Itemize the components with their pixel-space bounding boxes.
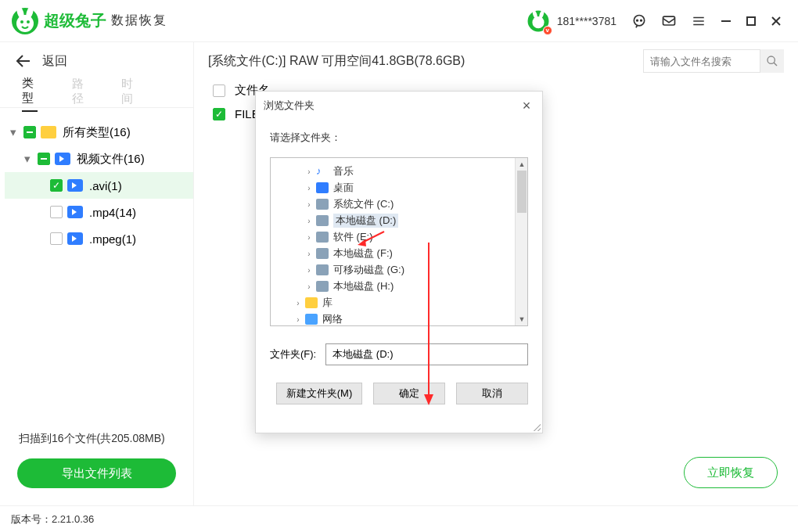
svg-point-4 <box>20 20 23 23</box>
cancel-button[interactable]: 取消 <box>456 383 528 404</box>
tree-item-lib[interactable]: ›库 <box>293 295 527 311</box>
tree-node-mp4[interactable]: .mp4(14) <box>5 199 193 225</box>
version-label: 版本号： <box>11 512 52 527</box>
feedback-icon[interactable] <box>660 13 678 30</box>
svg-point-22 <box>767 56 775 63</box>
chat-icon[interactable] <box>631 13 648 30</box>
svg-point-9 <box>532 16 544 28</box>
tree-label: .mpeg(1) <box>89 232 136 246</box>
search-input[interactable] <box>643 49 760 73</box>
folder-field-label: 文件夹(F): <box>270 347 316 361</box>
scroll-thumb[interactable] <box>517 171 527 213</box>
svg-point-5 <box>27 20 30 23</box>
current-path: [系统文件(C:)] RAW 可用空间41.8GB(78.6GB) <box>208 53 465 70</box>
browse-folder-dialog: 浏览文件夹 × 请选择文件夹： ›♪音乐 ›桌面 ›系统文件 (C:) ›本地磁… <box>255 91 543 433</box>
back-button[interactable]: 返回 <box>0 42 193 80</box>
ok-button[interactable]: 确定 <box>373 383 445 404</box>
svg-point-12 <box>641 20 642 21</box>
filter-tabbar: 类型 路径 时间 <box>0 80 193 108</box>
new-folder-button[interactable]: 新建文件夹(M) <box>276 383 362 404</box>
search-button[interactable] <box>760 49 784 73</box>
app-name: 超级兔子 <box>44 10 106 31</box>
checkbox[interactable] <box>50 232 63 245</box>
checkbox[interactable] <box>38 153 50 165</box>
back-label: 返回 <box>42 53 67 70</box>
video-icon <box>55 153 70 165</box>
sidebar: 返回 类型 路径 时间 ▾ 所有类型(16) ▾ 视频文件(16) <box>0 42 194 505</box>
tree-label: 视频文件(16) <box>77 152 145 167</box>
tab-path[interactable]: 路径 <box>72 77 88 111</box>
tree-node-video[interactable]: ▾ 视频文件(16) <box>5 146 193 172</box>
status-bar: 版本号： 2.21.0.36 <box>0 505 798 532</box>
export-list-button[interactable]: 导出文件列表 <box>17 458 176 488</box>
tree-label: .avi(1) <box>89 179 122 192</box>
app-logo-icon <box>9 5 41 37</box>
svg-rect-13 <box>663 16 675 25</box>
version-number: 2.21.0.36 <box>52 513 94 525</box>
svg-point-10 <box>634 15 644 25</box>
folder-tree: ›♪音乐 ›桌面 ›系统文件 (C:) ›本地磁盘 (D:) ›软件 (E:) … <box>270 157 528 326</box>
tree-item-music[interactable]: ›♪音乐 <box>293 164 527 179</box>
tree-item-f[interactable]: ›本地磁盘 (F:) <box>293 246 527 261</box>
checkbox[interactable] <box>50 206 63 218</box>
scroll-down-icon[interactable]: ▼ <box>516 313 528 325</box>
tree-label: 所有类型(16) <box>63 125 131 140</box>
tree-node-avi[interactable]: .avi(1) <box>5 172 193 199</box>
tree-item-c[interactable]: ›系统文件 (C:) <box>293 196 527 212</box>
tree-item-h[interactable]: ›本地磁盘 (H:) <box>293 279 527 294</box>
tree-node-mpeg[interactable]: .mpeg(1) <box>5 225 193 252</box>
svg-point-11 <box>637 20 638 21</box>
dialog-close-button[interactable]: × <box>519 98 534 114</box>
tree-item-d[interactable]: ›本地磁盘 (D:) <box>293 213 527 228</box>
app-subtitle: 数据恢复 <box>111 13 167 29</box>
resize-grip-icon[interactable] <box>531 422 541 431</box>
user-phone: 181****3781 <box>557 15 616 27</box>
tree-item-desktop[interactable]: ›桌面 <box>293 180 527 196</box>
tree-node-all[interactable]: ▾ 所有类型(16) <box>5 119 193 146</box>
folder-icon <box>41 126 56 138</box>
menu-icon[interactable] <box>690 13 707 30</box>
tree-item-network[interactable]: ›网络 <box>293 311 527 326</box>
tree-item-e[interactable]: ›软件 (E:) <box>293 229 527 245</box>
dialog-scrollbar[interactable]: ▲ ▼ <box>515 158 527 325</box>
chevron-down-icon[interactable]: ▾ <box>8 125 19 139</box>
checkbox[interactable] <box>213 108 225 120</box>
dialog-prompt: 请选择文件夹： <box>256 120 542 153</box>
checkbox[interactable] <box>50 179 63 192</box>
close-button[interactable] <box>768 13 784 29</box>
svg-point-3 <box>16 15 34 32</box>
recover-button[interactable]: 立即恢复 <box>684 457 778 488</box>
alert-badge-icon: v <box>543 26 552 35</box>
tree-item-g[interactable]: ›可移动磁盘 (G:) <box>293 262 527 278</box>
video-icon <box>67 179 83 192</box>
tree-label: .mp4(14) <box>89 206 136 219</box>
svg-rect-18 <box>747 17 755 25</box>
video-icon <box>67 206 83 218</box>
tab-time[interactable]: 时间 <box>121 77 137 111</box>
type-tree: ▾ 所有类型(16) ▾ 视频文件(16) .avi(1) <box>0 108 193 252</box>
dialog-title: 浏览文件夹 <box>264 99 315 113</box>
folder-field-input[interactable] <box>325 343 528 365</box>
scan-summary: 扫描到16个文件(共205.08MB) <box>0 412 193 458</box>
checkbox[interactable] <box>23 126 36 138</box>
select-all-checkbox[interactable] <box>213 84 225 97</box>
app-header: 超级兔子 数据恢复 v 181****3781 <box>0 0 798 42</box>
scroll-up-icon[interactable]: ▲ <box>516 158 528 171</box>
chevron-down-icon[interactable]: ▾ <box>22 152 33 166</box>
user-avatar-icon[interactable]: v <box>526 9 551 34</box>
minimize-button[interactable] <box>718 13 734 29</box>
tab-type[interactable]: 类型 <box>22 76 38 112</box>
video-icon <box>67 232 83 245</box>
svg-line-23 <box>774 63 777 66</box>
maximize-button[interactable] <box>743 13 759 29</box>
